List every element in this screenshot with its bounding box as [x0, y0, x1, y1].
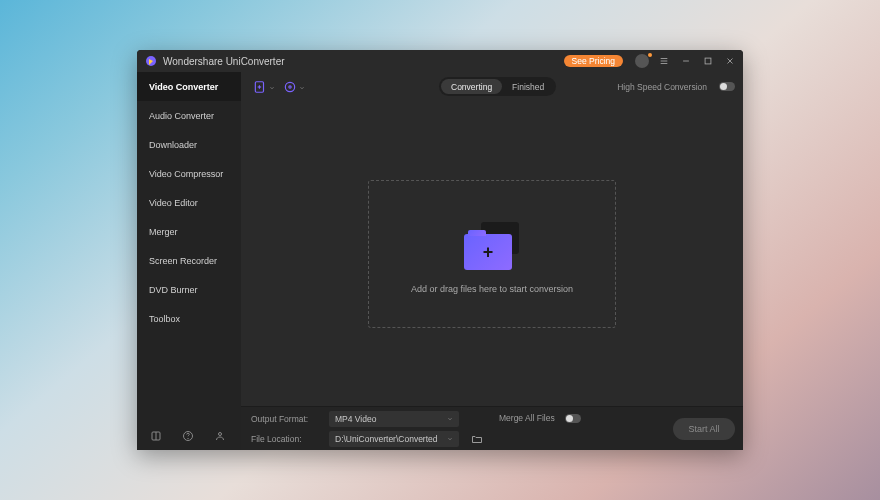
- add-file-button[interactable]: [249, 77, 271, 97]
- account-icon[interactable]: [214, 428, 228, 442]
- sidebar-item-label: DVD Burner: [149, 285, 198, 295]
- chevron-down-icon: [269, 77, 275, 95]
- guide-icon[interactable]: [150, 428, 164, 442]
- sidebar-item-merger[interactable]: Merger: [137, 217, 241, 246]
- chevron-down-icon: [447, 414, 453, 424]
- file-location-label: File Location:: [251, 434, 323, 444]
- tab-finished[interactable]: Finished: [502, 79, 554, 94]
- open-folder-button[interactable]: [471, 431, 485, 445]
- sidebar-item-video-converter[interactable]: Video Converter: [137, 72, 241, 101]
- sidebar-item-downloader[interactable]: Downloader: [137, 130, 241, 159]
- svg-point-17: [289, 85, 291, 87]
- status-tabs: Converting Finished: [439, 77, 556, 96]
- minimize-icon[interactable]: [679, 54, 693, 68]
- svg-point-12: [219, 433, 222, 436]
- svg-point-11: [188, 438, 189, 439]
- sidebar-item-audio-converter[interactable]: Audio Converter: [137, 101, 241, 130]
- sidebar-item-label: Screen Recorder: [149, 256, 217, 266]
- svg-point-16: [285, 82, 294, 91]
- sidebar-item-dvd-burner[interactable]: DVD Burner: [137, 275, 241, 304]
- chevron-down-icon: [299, 77, 305, 95]
- file-location-select[interactable]: D:\UniConverter\Converted: [329, 431, 459, 447]
- app-logo-icon: [145, 55, 157, 67]
- menu-icon[interactable]: [657, 54, 671, 68]
- sidebar-item-toolbox[interactable]: Toolbox: [137, 304, 241, 333]
- drop-area: + Add or drag files here to start conver…: [241, 102, 743, 406]
- tab-converting[interactable]: Converting: [441, 79, 502, 94]
- output-format-value: MP4 Video: [335, 414, 376, 424]
- toolbar: Converting Finished High Speed Conversio…: [241, 72, 743, 102]
- sidebar-item-label: Toolbox: [149, 314, 180, 324]
- sidebar-item-label: Downloader: [149, 140, 197, 150]
- close-icon[interactable]: [723, 54, 737, 68]
- sidebar-footer: [137, 420, 241, 450]
- sidebar-item-video-editor[interactable]: Video Editor: [137, 188, 241, 217]
- maximize-icon[interactable]: [701, 54, 715, 68]
- sidebar-item-label: Audio Converter: [149, 111, 214, 121]
- main-panel: Converting Finished High Speed Conversio…: [241, 72, 743, 450]
- help-icon[interactable]: [182, 428, 196, 442]
- output-format-select[interactable]: MP4 Video: [329, 411, 459, 427]
- footer: Output Format: MP4 Video File Location: …: [241, 406, 743, 450]
- add-files-dropzone[interactable]: + Add or drag files here to start conver…: [368, 180, 616, 328]
- see-pricing-button[interactable]: See Pricing: [564, 55, 623, 67]
- app-window: Wondershare UniConverter See Pricing Vid…: [137, 50, 743, 450]
- drop-hint: Add or drag files here to start conversi…: [411, 284, 573, 294]
- output-format-label: Output Format:: [251, 414, 323, 424]
- folder-add-icon: +: [462, 222, 522, 270]
- sidebar-item-screen-recorder[interactable]: Screen Recorder: [137, 246, 241, 275]
- sidebar: Video Converter Audio Converter Download…: [137, 72, 241, 450]
- high-speed-toggle[interactable]: [719, 82, 735, 91]
- start-all-button[interactable]: Start All: [673, 418, 735, 440]
- user-avatar-icon[interactable]: [635, 54, 649, 68]
- merge-toggle[interactable]: [565, 414, 581, 423]
- start-all-label: Start All: [688, 424, 719, 434]
- svg-rect-5: [705, 58, 711, 64]
- load-dvd-button[interactable]: [279, 77, 301, 97]
- merge-label: Merge All Files: [499, 413, 555, 423]
- titlebar: Wondershare UniConverter See Pricing: [137, 50, 743, 72]
- plus-icon: +: [483, 243, 494, 261]
- chevron-down-icon: [447, 434, 453, 444]
- sidebar-item-label: Merger: [149, 227, 178, 237]
- sidebar-item-video-compressor[interactable]: Video Compressor: [137, 159, 241, 188]
- sidebar-item-label: Video Converter: [149, 82, 218, 92]
- sidebar-item-label: Video Compressor: [149, 169, 223, 179]
- app-title: Wondershare UniConverter: [163, 56, 285, 67]
- file-location-value: D:\UniConverter\Converted: [335, 434, 438, 444]
- sidebar-item-label: Video Editor: [149, 198, 198, 208]
- high-speed-label: High Speed Conversion: [617, 82, 707, 92]
